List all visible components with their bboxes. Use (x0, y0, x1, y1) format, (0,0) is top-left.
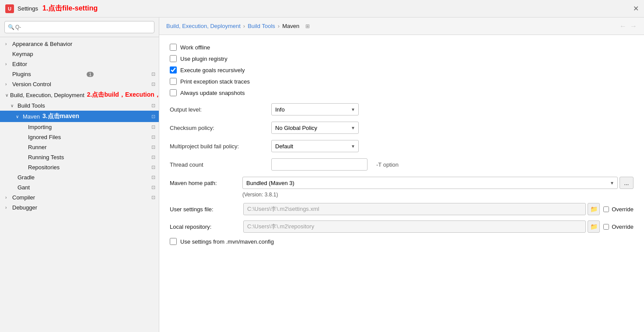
sidebar-item-version-control[interactable]: › Version Control ⊡ (0, 79, 159, 89)
sidebar-item-label: Repositories (28, 164, 60, 171)
breadcrumb-bar: Build, Execution, Deployment › Build Too… (159, 17, 644, 35)
sidebar-item-build-exec-deploy[interactable]: ∨ Build, Execution, Deployment 2.点击build… (0, 89, 159, 101)
use-settings-mvn-checkbox[interactable] (170, 238, 177, 245)
work-offline-row: Work offline (170, 44, 634, 51)
settings-icon: ⊡ (151, 114, 155, 119)
settings-icon: ⊡ (151, 195, 155, 200)
user-settings-label: User settings file: (170, 206, 240, 213)
maven-version-text: (Version: 3.8.1) (242, 192, 634, 198)
user-settings-override-checkbox[interactable] (603, 206, 609, 212)
checksum-policy-label: Checksum policy: (170, 125, 266, 131)
print-exception-checkbox[interactable] (170, 78, 177, 85)
sidebar-item-debugger[interactable]: › Debugger (0, 203, 159, 213)
sidebar-item-label: Appearance & Behavior (12, 41, 72, 47)
work-offline-checkbox[interactable] (170, 44, 177, 51)
local-repo-label: Local repository: (170, 224, 240, 230)
local-repo-override: Override (603, 224, 634, 230)
use-plugin-registry-label: Use plugin registry (180, 56, 228, 62)
execute-goals-row: Execute goals recursively (170, 66, 634, 73)
checksum-policy-row: Checksum policy: No Global Policy Fail W… (170, 122, 634, 134)
main-panel: Build, Execution, Deployment › Build Too… (159, 17, 644, 332)
nav-back-arrow[interactable]: ← (620, 22, 626, 30)
window-title: Settings (18, 5, 38, 12)
nav-forward-arrow[interactable]: → (630, 22, 637, 30)
maven-home-row: Maven home path: Bundled (Maven 3) Use M… (170, 177, 634, 189)
search-bar: 🔍 (0, 17, 159, 37)
use-plugin-registry-row: Use plugin registry (170, 55, 634, 62)
sidebar-item-plugins[interactable]: Plugins 1 ⊡ (0, 69, 159, 79)
multiproject-policy-select-container: Default Fail at End Fail Fast Never Fail (271, 140, 359, 152)
sidebar-item-label: Build Tools (18, 102, 45, 109)
use-plugin-registry-checkbox[interactable] (170, 55, 177, 62)
local-repo-override-label: Override (612, 224, 634, 230)
checksum-policy-select[interactable]: No Global Policy Fail Warn Ignore (271, 122, 359, 134)
multiproject-policy-select[interactable]: Default Fail at End Fail Fast Never Fail (271, 140, 359, 152)
sidebar-item-repositories[interactable]: Repositories ⊡ (0, 162, 159, 172)
sidebar-item-running-tests[interactable]: Running Tests ⊡ (0, 152, 159, 162)
chevron-icon: ∨ (5, 93, 8, 98)
sidebar-item-gradle[interactable]: Gradle ⊡ (0, 172, 159, 182)
sidebar-item-ignored-files[interactable]: Ignored Files ⊡ (0, 132, 159, 142)
sidebar-item-label: Keymap (12, 51, 33, 57)
settings-content: Work offline Use plugin registry Execute… (159, 35, 644, 332)
execute-goals-checkbox[interactable] (170, 66, 177, 73)
sidebar-item-label: Build, Execution, Deployment (10, 92, 84, 98)
breadcrumb-maven: Maven (282, 23, 299, 29)
sidebar-item-editor[interactable]: › Editor (0, 59, 159, 69)
breadcrumb: Build, Execution, Deployment › Build Too… (166, 23, 310, 29)
sidebar-item-appearance[interactable]: › Appearance & Behavior (0, 39, 159, 49)
chevron-icon: › (5, 195, 10, 200)
maven-home-select[interactable]: Bundled (Maven 3) Use Maven wrapper Cust… (242, 177, 618, 189)
sidebar-item-label: Gradle (18, 174, 35, 181)
sidebar-item-label: Gant (18, 184, 30, 191)
use-settings-mvn-label: Use settings from .mvn/maven.config (180, 238, 274, 245)
local-repo-input[interactable] (243, 220, 586, 233)
sidebar-item-gant[interactable]: Gant ⊡ (0, 182, 159, 192)
sidebar-item-importing[interactable]: Importing ⊡ (0, 122, 159, 132)
breadcrumb-settings-icon[interactable]: ⊞ (305, 23, 310, 29)
user-settings-override-label: Override (612, 206, 634, 213)
local-repo-override-checkbox[interactable] (603, 224, 609, 230)
thread-count-input[interactable] (271, 158, 368, 171)
chevron-icon: ∨ (16, 114, 21, 119)
user-settings-input-wrap: 📁 (243, 203, 600, 215)
sidebar-item-label: Running Tests (28, 154, 64, 161)
settings-icon: ⊡ (151, 185, 155, 190)
user-settings-browse-button[interactable]: 📁 (588, 203, 600, 215)
sidebar-item-label: Importing (28, 124, 52, 130)
search-icon: 🔍 (8, 24, 14, 30)
breadcrumb-build-exec[interactable]: Build, Execution, Deployment (166, 23, 241, 29)
sidebar-item-build-tools[interactable]: ∨ Build Tools ⊡ (0, 101, 159, 111)
sidebar-item-keymap[interactable]: Keymap (0, 49, 159, 59)
output-level-label: Output level: (170, 106, 266, 113)
breadcrumb-build-tools[interactable]: Build Tools (248, 23, 275, 29)
sidebar-tree: › Appearance & Behavior Keymap › Editor … (0, 37, 159, 332)
annotation1: 1.点击file-setting (42, 4, 98, 13)
local-repo-input-wrap: 📁 (243, 220, 600, 233)
settings-window: U Settings 1.点击file-setting ✕ 🔍 › Appear… (0, 0, 644, 332)
title-bar: U Settings 1.点击file-setting ✕ (0, 0, 644, 17)
sidebar-item-runner[interactable]: Runner ⊡ (0, 142, 159, 152)
sidebar-item-compiler[interactable]: › Compiler ⊡ (0, 192, 159, 203)
breadcrumb-nav-arrows: ← → (620, 22, 637, 30)
sidebar-item-label: Debugger (12, 204, 37, 211)
chevron-icon: › (5, 205, 10, 210)
t-option-label: -T option (376, 161, 399, 168)
close-button[interactable]: ✕ (633, 4, 639, 13)
user-settings-override: Override (603, 206, 634, 213)
maven-home-browse-button[interactable]: ... (620, 177, 634, 189)
local-repo-row: Local repository: 📁 Override (170, 220, 634, 233)
user-settings-input[interactable] (243, 203, 586, 215)
sidebar-item-label: Plugins (12, 71, 31, 77)
settings-icon: ⊡ (151, 144, 155, 150)
local-repo-browse-button[interactable]: 📁 (588, 220, 600, 233)
search-input[interactable] (4, 21, 154, 33)
always-update-label: Always update snapshots (180, 90, 245, 96)
output-level-select[interactable]: Info Debug Verbose (271, 103, 359, 115)
maven-home-label: Maven home path: (170, 180, 240, 186)
sidebar-item-maven[interactable]: ∨ Maven 3.点击maven ⊡ (0, 111, 159, 122)
main-content: 🔍 › Appearance & Behavior Keymap › (0, 17, 644, 332)
chevron-icon: › (5, 62, 10, 66)
always-update-checkbox[interactable] (170, 89, 177, 96)
always-update-row: Always update snapshots (170, 89, 634, 96)
